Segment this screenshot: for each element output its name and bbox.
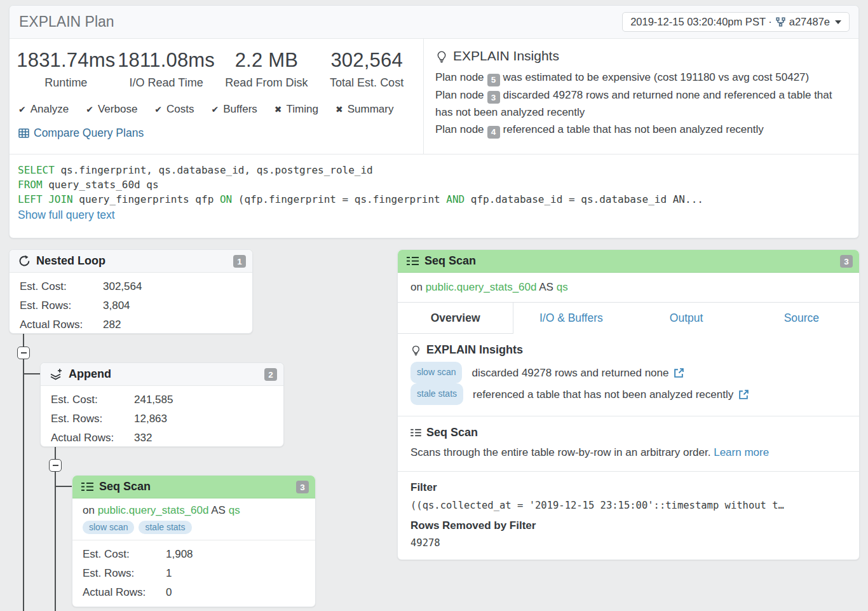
option-label: Summary — [348, 103, 394, 116]
option-timing: ✖ Timing — [275, 103, 318, 116]
stat-label: Read From Disk — [217, 76, 317, 90]
stat-row-label: Est. Cost: — [51, 390, 134, 409]
plan-node-seq-scan[interactable]: Seq Scan 3 on public.query_stats_60d AS … — [72, 475, 316, 607]
node-stat-row: Est. Cost:241,585 — [51, 390, 273, 409]
snapshot-selector-button[interactable]: 2019-12-15 03:20:40pm PST · a27487e — [622, 12, 850, 32]
detail-insights-heading: EXPLAIN Insights — [410, 343, 846, 357]
stat-label: I/O Read Time — [116, 76, 217, 90]
plan-node-badge[interactable]: 3 — [487, 91, 500, 104]
detail-insight-item: slow scan discarded 49278 rows and retur… — [410, 362, 846, 383]
node-type-heading-label: Seq Scan — [426, 426, 478, 439]
stat-row-value: 332 — [134, 429, 152, 448]
node-relation-block: on public.query_stats_60d AS qs slow sca… — [72, 498, 315, 540]
external-link-icon[interactable] — [738, 389, 749, 400]
insight-prefix: Plan node — [435, 71, 484, 83]
learn-more-link[interactable]: Learn more — [714, 446, 769, 458]
compare-query-plans-link[interactable]: Compare Query Plans — [18, 127, 417, 140]
collapse-node-toggle[interactable] — [17, 347, 30, 359]
sql-text: (qfp.fingerprint = qs.fingerprint — [232, 193, 446, 205]
insight-text: was estimated to be expensive (cost 1911… — [503, 71, 810, 83]
option-label: Buffers — [223, 103, 257, 116]
seq-scan-icon — [407, 256, 419, 266]
tab-overview[interactable]: Overview — [398, 303, 513, 334]
tab-io-buffers[interactable]: I/O & Buffers — [513, 303, 628, 334]
query-line: FROM query_stats_60d qs — [18, 177, 850, 192]
plan-node-nested-loop[interactable]: Nested Loop 1 Est. Cost:302,564 Est. Row… — [9, 249, 253, 334]
node-title: Append — [69, 367, 111, 381]
page-title: EXPLAIN Plan — [19, 13, 114, 31]
stat-label: Total Est. Cost — [316, 76, 417, 90]
node-header-selected: Seq Scan 3 — [72, 476, 315, 498]
detail-title: Seq Scan — [424, 254, 476, 268]
explain-options-row: ✔ Analyze ✔ Verbose ✔ Costs ✔ Buffers — [18, 103, 417, 116]
external-link-icon[interactable] — [674, 367, 684, 378]
alias-link[interactable]: qs — [557, 281, 568, 293]
alias-link[interactable]: qs — [229, 504, 240, 516]
option-costs: ✔ Costs — [154, 103, 194, 116]
as-keyword: AS — [208, 504, 228, 516]
tab-output[interactable]: Output — [629, 303, 744, 334]
tag-stale-stats: stale stats — [410, 383, 463, 405]
node-title: Seq Scan — [99, 480, 151, 493]
show-full-query-link[interactable]: Show full query text — [18, 209, 115, 222]
description-text: Scans through the entire table row-by-ro… — [410, 446, 710, 458]
node-description-section: Seq Scan Scans through the entire table … — [398, 416, 859, 471]
check-icon: ✔ — [212, 104, 219, 114]
node-header: Nested Loop 1 — [10, 250, 252, 273]
node-stats: Est. Cost:1,908 Est. Rows:1 Actual Rows:… — [72, 540, 315, 602]
plan-node-append[interactable]: Append 2 Est. Cost:241,585 Est. Rows:12,… — [40, 362, 284, 447]
sql-keyword: AND — [446, 193, 465, 205]
stat-total-est-cost: 302,564 Total Est. Cost — [316, 49, 417, 90]
sql-keyword: FROM — [18, 179, 43, 191]
stat-row-label: Est. Rows: — [51, 409, 134, 429]
explain-plan-page: EXPLAIN Plan 2019-12-15 03:20:40pm PST ·… — [0, 0, 868, 611]
node-stats: Est. Cost:302,564 Est. Rows:3,804 Actual… — [10, 273, 252, 334]
chevron-down-icon — [835, 20, 841, 24]
option-label: Analyze — [31, 103, 69, 116]
stat-row-label: Est. Rows: — [20, 296, 103, 315]
card-header: EXPLAIN Plan 2019-12-15 03:20:40pm PST ·… — [10, 6, 858, 39]
detail-insights-section: EXPLAIN Insights slow scan discarded 492… — [398, 334, 859, 416]
on-prefix: on — [83, 504, 98, 516]
sql-text: query_fingerprints qfp — [73, 193, 220, 205]
check-icon: ✔ — [154, 104, 162, 114]
table-grid-icon — [18, 128, 29, 138]
sql-keyword: LEFT JOIN — [18, 193, 73, 205]
collapse-node-toggle[interactable] — [49, 459, 62, 472]
lightbulb-icon — [410, 344, 421, 356]
node-type-heading: Seq Scan — [410, 426, 846, 439]
node-stat-row: Actual Rows:282 — [20, 315, 242, 334]
node-stats: Est. Cost:241,585 Est. Rows:12,863 Actua… — [41, 386, 283, 448]
plan-node-badge[interactable]: 5 — [487, 74, 500, 86]
option-buffers: ✔ Buffers — [212, 103, 257, 116]
filter-heading: Filter — [410, 481, 846, 494]
stat-label: Runtime — [16, 76, 116, 90]
table-link[interactable]: public.query_stats_60d — [426, 281, 537, 293]
snapshot-timestamp: 2019-12-15 03:20:40pm PST · — [630, 16, 772, 28]
tree-connector-horizontal — [24, 373, 40, 374]
cross-icon: ✖ — [275, 104, 282, 114]
node-stat-row: Actual Rows:0 — [83, 583, 305, 602]
tag-slow-scan: slow scan — [410, 362, 462, 383]
plan-node-badge[interactable]: 4 — [487, 126, 500, 139]
node-stat-row: Est. Rows:3,804 — [20, 296, 242, 315]
stat-row-value: 1,908 — [166, 545, 193, 564]
node-tags: slow scanstale stats — [83, 521, 305, 534]
filter-section: Filter ((qs.collected_at = '2019-12-15 2… — [398, 471, 859, 560]
sql-text: qs.fingerprint, qs.database_id, qs.postg… — [55, 164, 373, 176]
table-link[interactable]: public.query_stats_60d — [98, 504, 209, 516]
query-text-block: SELECT qs.fingerprint, qs.database_id, q… — [10, 154, 858, 222]
tree-connector-horizontal — [56, 486, 72, 487]
node-number-badge: 2 — [264, 368, 277, 381]
plan-summary-pane: 1831.74ms Runtime 1811.08ms I/O Read Tim… — [10, 39, 424, 154]
check-icon: ✔ — [86, 104, 93, 114]
stat-row-value: 3,804 — [103, 296, 130, 315]
tab-source[interactable]: Source — [744, 303, 859, 334]
detail-insight-item: stale stats referenced a table that has … — [410, 383, 846, 405]
option-label: Verbose — [98, 103, 137, 116]
explain-plan-card: EXPLAIN Plan 2019-12-15 03:20:40pm PST ·… — [9, 5, 859, 238]
detail-header: Seq Scan 3 — [398, 250, 859, 273]
stat-value: 1811.08ms — [116, 49, 217, 72]
seq-scan-icon — [410, 429, 421, 437]
option-verbose: ✔ Verbose — [86, 103, 137, 116]
